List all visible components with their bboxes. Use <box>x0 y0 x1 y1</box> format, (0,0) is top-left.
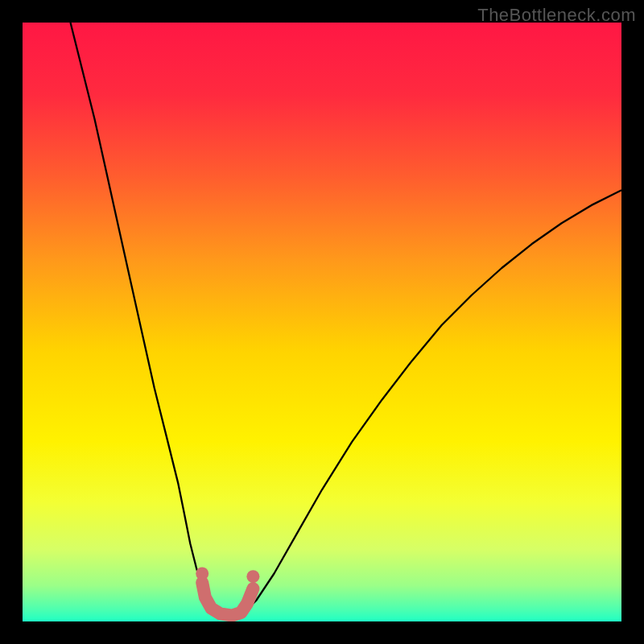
watermark-text: TheBottleneck.com <box>477 5 636 26</box>
bottleneck-chart <box>23 23 621 621</box>
chart-background <box>23 23 621 621</box>
chart-frame <box>23 23 621 621</box>
dot-right <box>246 570 259 583</box>
dot-left <box>196 568 208 580</box>
